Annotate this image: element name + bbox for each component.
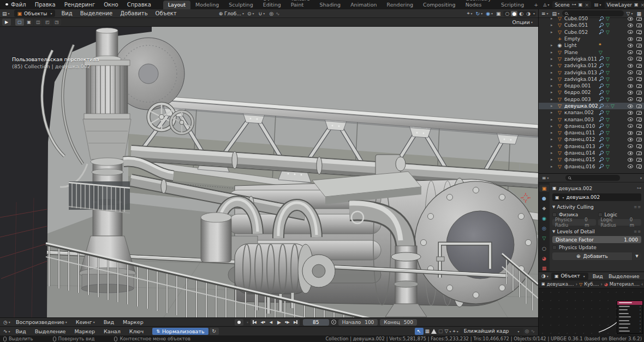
hide-in-viewport-icon[interactable]	[628, 138, 633, 141]
outliner-row[interactable]: ▸ ▽ Cube.052 ∴ * ▽	[539, 29, 644, 36]
disable-in-render-icon[interactable]	[636, 57, 642, 61]
outliner-row[interactable]: ▸ ▽ клапан.003 ∴ * ▽	[539, 116, 644, 122]
properties-tab[interactable]: ◕	[539, 255, 549, 262]
gizmos-dropdown[interactable]: ↻▾	[475, 11, 484, 16]
object-name[interactable]: клапан.003	[564, 117, 594, 122]
mesh-data-icon[interactable]: ▽	[599, 50, 603, 55]
expand-arrow-icon[interactable]: ▸	[551, 84, 556, 88]
disable-in-render-icon[interactable]	[636, 50, 642, 54]
lod-add-dropdown[interactable]: ▼	[633, 252, 641, 260]
object-type-icon[interactable]: ▽	[556, 56, 563, 62]
object-name[interactable]: бедро.002	[564, 90, 591, 95]
mode-dropdown[interactable]: ▣Объекты▾	[14, 10, 56, 17]
object-name[interactable]: Cube.052	[564, 30, 588, 35]
mesh-data-icon[interactable]: ▽	[606, 56, 610, 62]
physics-update-checkbox[interactable]	[552, 245, 557, 250]
object-type-icon[interactable]: ▽	[556, 22, 563, 28]
object-type-icon[interactable]: ▽	[556, 150, 563, 156]
hide-in-viewport-icon[interactable]	[628, 64, 633, 68]
expand-arrow-icon[interactable]: ▸	[551, 23, 556, 27]
object-type-icon[interactable]: ▽	[556, 137, 563, 142]
expand-arrow-icon[interactable]: ▸	[551, 43, 556, 48]
outliner-row[interactable]: ▸ ▽ zadvigka.014 ∴ * ▽	[539, 76, 644, 82]
hide-in-viewport-icon[interactable]	[628, 144, 633, 148]
expand-arrow-icon[interactable]: ▸	[551, 124, 556, 128]
mesh-data-icon[interactable]: ▽	[606, 63, 610, 68]
close-icon[interactable]: ×	[585, 2, 589, 8]
modifier-wrench-icon[interactable]	[599, 23, 604, 28]
disable-in-render-icon[interactable]	[636, 30, 642, 34]
workspace-tab[interactable]: Shading	[315, 1, 346, 9]
disable-in-render-icon[interactable]	[636, 104, 642, 108]
object-name[interactable]: zadvigka.012	[564, 63, 597, 68]
expand-arrow-icon[interactable]: ▸	[551, 104, 556, 108]
object-type-icon[interactable]: ▽	[556, 76, 563, 82]
modifier-wrench-icon[interactable]	[599, 157, 604, 162]
prev-keyframe-button[interactable]: ◀	[259, 319, 267, 326]
menu-item[interactable]: ›	[617, 329, 642, 333]
next-keyframe-button[interactable]: ▶	[283, 319, 291, 326]
object-name[interactable]: фланец.012	[564, 137, 595, 142]
hide-in-viewport-icon[interactable]	[628, 17, 633, 21]
hide-in-viewport-icon[interactable]	[628, 97, 633, 101]
expand-arrow-icon[interactable]: ▸	[551, 157, 556, 162]
overlays-dropdown[interactable]: ◉▾	[485, 11, 494, 16]
filter-icon[interactable]: ▽▾	[445, 328, 451, 334]
disable-in-render-icon[interactable]	[636, 111, 642, 115]
disable-in-render-icon[interactable]	[636, 97, 642, 101]
hide-in-viewport-icon[interactable]	[628, 158, 633, 162]
outliner-row[interactable]: ▸ ▽ бедро.001 ∴ * ▽	[539, 82, 644, 89]
modifier-wrench-icon[interactable]	[599, 137, 604, 142]
hide-in-viewport-icon[interactable]	[628, 104, 633, 108]
modifier-wrench-icon[interactable]	[599, 164, 604, 169]
object-type-icon[interactable]: ▽	[556, 144, 563, 149]
hide-in-viewport-icon[interactable]	[628, 30, 633, 34]
properties-tab[interactable]: ▣	[539, 185, 549, 192]
view-object-types-dropdown[interactable]: ⌖▾	[466, 10, 474, 16]
properties-tab[interactable]: ▦	[539, 265, 549, 272]
outliner-row[interactable]: ▸ ▽ zadvigka.013 ∴ * ▽	[539, 69, 644, 75]
warning-icon[interactable]	[431, 329, 437, 334]
disable-in-render-icon[interactable]	[636, 164, 642, 168]
disable-in-render-icon[interactable]	[636, 91, 642, 95]
node-context-menu[interactable]: › › › › › › › ›	[617, 300, 643, 334]
breadcrumb-item[interactable]: Куб....	[584, 281, 599, 287]
object-name[interactable]: фланец.016	[564, 164, 595, 169]
disable-in-render-icon[interactable]	[636, 151, 642, 155]
select-mode-subtract-button[interactable]: ◫	[34, 19, 43, 26]
expand-arrow-icon[interactable]: ▸	[551, 110, 556, 115]
object-name[interactable]: Cube.051	[564, 22, 588, 28]
modifier-wrench-icon[interactable]	[599, 30, 604, 34]
expand-arrow-icon[interactable]: ▸	[551, 137, 556, 141]
object-type-icon[interactable]: ▽	[556, 97, 563, 102]
workspace-tab[interactable]: Layout	[163, 1, 190, 9]
xray-toggle[interactable]: ▣	[495, 11, 502, 16]
hide-in-viewport-icon[interactable]	[628, 164, 633, 168]
modifier-wrench-icon[interactable]	[599, 97, 604, 102]
timeline-menu[interactable]: Вид▾	[99, 319, 118, 325]
hide-in-viewport-icon[interactable]	[628, 70, 633, 74]
play-button[interactable]: ▶	[275, 319, 283, 326]
select-mode-intersect-button[interactable]: ◳	[52, 19, 61, 26]
outliner-row[interactable]: ▸ ▽ zadvigka.012 ∴ * ▽	[539, 62, 644, 69]
properties-tab[interactable]: ◉	[539, 215, 549, 222]
shader-menu[interactable]: Вид	[590, 273, 606, 279]
hide-in-viewport-icon[interactable]	[628, 23, 633, 27]
breadcrumb-item[interactable]: девушка....	[547, 281, 574, 287]
timeline-editor-type-button[interactable]: ◷▾	[2, 320, 11, 325]
properties-tab[interactable]: ◎	[539, 225, 549, 232]
object-name[interactable]: фланец.014	[564, 150, 595, 156]
object-type-icon[interactable]: ▽	[556, 164, 563, 169]
mesh-data-icon[interactable]: ▽	[606, 144, 610, 149]
mesh-data-icon[interactable]: ▽	[606, 117, 610, 122]
hide-in-viewport-icon[interactable]	[628, 84, 633, 88]
expand-arrow-icon[interactable]: ▸	[551, 63, 556, 68]
outliner-row[interactable]: ▸ ▽ фланец.013 ∴ * ▽	[539, 143, 644, 150]
hide-in-viewport-icon[interactable]	[628, 111, 633, 115]
expand-arrow-icon[interactable]: ▸	[551, 144, 556, 149]
outliner-row[interactable]: ▸ ▽ фланец.016 ∴ * ▽	[539, 163, 644, 170]
object-name[interactable]: клапан.002	[564, 110, 594, 115]
active-tool-button[interactable]: ▶	[2, 19, 11, 26]
shader-node-canvas[interactable]: › › › › › › › ›	[539, 288, 644, 335]
expand-arrow-icon[interactable]: ▸	[551, 90, 556, 95]
